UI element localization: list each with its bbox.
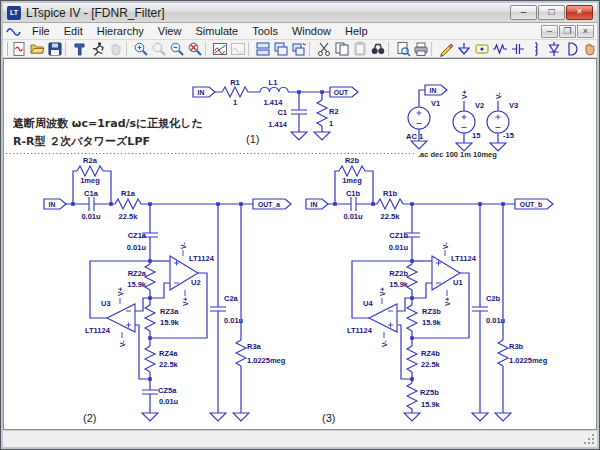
ref-C2b[interactable]: C2b <box>486 294 501 303</box>
val-V1[interactable]: AC 1 <box>406 132 423 141</box>
val-C1a[interactable]: 0.01u <box>81 212 101 221</box>
zoom-in-button[interactable] <box>132 40 150 57</box>
port-out-label[interactable]: OUT_b <box>520 201 542 208</box>
ground-symbol[interactable] <box>314 132 330 140</box>
label-net-button[interactable] <box>473 40 491 57</box>
val-L1[interactable]: 1.414 <box>264 98 284 107</box>
val-V2[interactable]: 15 <box>472 131 480 140</box>
ref-C1[interactable]: C1 <box>277 108 287 117</box>
val-C2b[interactable]: 0.01u <box>486 316 506 325</box>
ref-R1b[interactable]: R1b <box>383 189 398 198</box>
port-in-label[interactable]: IN <box>198 89 205 96</box>
ref-CZ5a[interactable]: CZ5a <box>158 386 177 395</box>
ref-V2[interactable]: V2 <box>475 101 484 110</box>
ground-symbol[interactable] <box>411 141 427 149</box>
capacitor-CZ5a[interactable] <box>142 390 158 394</box>
inductor-L1[interactable] <box>260 87 288 92</box>
vplus-flag[interactable]: V+ <box>117 287 124 296</box>
val-R3a[interactable]: 1.0225meg <box>247 356 286 365</box>
val-V3[interactable]: -15 <box>503 131 514 140</box>
model-U4[interactable]: LT1124 <box>347 326 373 335</box>
schematic-canvas[interactable]: 遮断周波数 ωc=1rad/sに正規化した R-R型 ２次バタワーズLPF .a… <box>3 58 597 430</box>
val-R1[interactable]: 1 <box>233 98 237 107</box>
zoom-fit-button[interactable] <box>186 40 204 57</box>
val-RZ2a[interactable]: 15.9k <box>127 280 147 289</box>
ref-C2a[interactable]: C2a <box>224 294 239 303</box>
val-C2a[interactable]: 0.01u <box>224 316 244 325</box>
maximize-button[interactable]: □ <box>538 5 565 20</box>
resistor-RZ5b[interactable] <box>407 383 417 409</box>
val-R1a[interactable]: 22.5k <box>119 212 139 221</box>
ref-C1a[interactable]: C1a <box>84 189 99 198</box>
circuit1[interactable]: IN OUT R1 1 L1 1.414 C1 1.414 R2 1 (1) <box>193 78 358 145</box>
zoom-out-button[interactable] <box>168 40 186 57</box>
caption-2[interactable]: (2) <box>83 412 96 424</box>
move-tool-button[interactable] <box>581 40 597 57</box>
resize-grip[interactable] <box>583 433 596 446</box>
val-CZ1a[interactable]: 0.01u <box>127 243 147 252</box>
spice-directive[interactable]: .ac dec 100 1m 10meg <box>418 150 497 159</box>
val-R1b[interactable]: 22.5k <box>381 212 401 221</box>
ref-RZ3a[interactable]: RZ3a <box>160 307 179 316</box>
vminus-flag[interactable]: V- <box>381 340 388 347</box>
ref-U1[interactable]: U1 <box>453 278 463 287</box>
tile-horizontal-button[interactable] <box>254 40 272 57</box>
ref-RZ4b[interactable]: RZ4b <box>421 349 440 358</box>
ref-R3a[interactable]: R3a <box>247 342 262 351</box>
vplus-flag[interactable]: V+ <box>182 297 189 306</box>
comment-line2[interactable]: R-R型 ２次バタワーズLPF <box>13 135 150 148</box>
val-R2a[interactable]: 1meg <box>80 176 100 185</box>
waveform-button[interactable] <box>211 40 229 57</box>
menu-window[interactable]: Window <box>285 24 338 38</box>
open-button[interactable] <box>28 40 46 57</box>
ref-U2[interactable]: U2 <box>191 278 201 287</box>
caption-1[interactable]: (1) <box>246 133 259 145</box>
menu-help[interactable]: Help <box>338 24 375 38</box>
voltage-source-V3[interactable] <box>487 111 509 133</box>
menu-file[interactable]: File <box>25 24 57 38</box>
inductor-tool-button[interactable] <box>527 40 545 57</box>
find-button[interactable] <box>369 40 387 57</box>
cascade-button[interactable] <box>272 40 290 57</box>
ref-R2a[interactable]: R2a <box>83 156 98 165</box>
val-C1[interactable]: 1.414 <box>268 120 288 129</box>
vminus-flag[interactable]: V- <box>180 242 187 249</box>
resistor-R2[interactable] <box>317 100 327 126</box>
cascade-new-button[interactable] <box>290 40 308 57</box>
capacitor-tool-button[interactable] <box>509 40 527 57</box>
caption-3[interactable]: (3) <box>322 412 335 424</box>
val-RZ3a[interactable]: 15.9k <box>160 318 180 327</box>
circuit2[interactable]: IN OUT_a R2a 1meg C1a 0.01u R1a 22.5k CZ… <box>44 156 291 424</box>
ref-CZ1a[interactable]: CZ1a <box>128 231 147 240</box>
child-close-button[interactable]: × <box>577 25 594 38</box>
ref-RZ5b[interactable]: RZ5b <box>420 388 439 397</box>
ref-RZ2b[interactable]: RZ2b <box>389 269 408 278</box>
cut-button[interactable] <box>315 40 333 57</box>
model-U3[interactable]: LT1124 <box>85 326 111 335</box>
resistor-R1[interactable] <box>222 87 248 97</box>
vminus-flag[interactable]: V- <box>495 92 502 99</box>
ref-R2[interactable]: R2 <box>329 107 339 116</box>
ref-CZ1b[interactable]: CZ1b <box>389 231 408 240</box>
vminus-flag[interactable]: V- <box>119 340 126 347</box>
ref-RZ4a[interactable]: RZ4a <box>159 349 178 358</box>
control-panel-button[interactable] <box>71 40 89 57</box>
ground-symbol[interactable] <box>291 132 307 140</box>
new-schematic-button[interactable] <box>10 40 28 57</box>
component-tool-button[interactable] <box>563 40 581 57</box>
val-R2b[interactable]: 1meg <box>342 176 362 185</box>
val-RZ3b[interactable]: 15.9k <box>422 318 442 327</box>
ref-R1a[interactable]: R1a <box>121 189 136 198</box>
diode-tool-button[interactable] <box>545 40 563 57</box>
sources[interactable]: IN V1 AC 1 V+ V2 15 V- V3 -15 <box>406 85 518 151</box>
val-R2[interactable]: 1 <box>329 119 333 128</box>
val-CZ5a[interactable]: 0.01u <box>159 397 179 406</box>
child-restore-button[interactable]: ❐ <box>559 25 576 38</box>
run-button[interactable] <box>89 40 107 57</box>
port-out-label[interactable]: OUT_a <box>258 201 280 208</box>
ref-RZ2a[interactable]: RZ2a <box>128 269 147 278</box>
ref-U3[interactable]: U3 <box>101 299 111 308</box>
voltage-source-V2[interactable] <box>453 111 475 133</box>
val-CZ1b[interactable]: 0.01u <box>389 243 409 252</box>
close-button[interactable]: × <box>566 5 593 20</box>
